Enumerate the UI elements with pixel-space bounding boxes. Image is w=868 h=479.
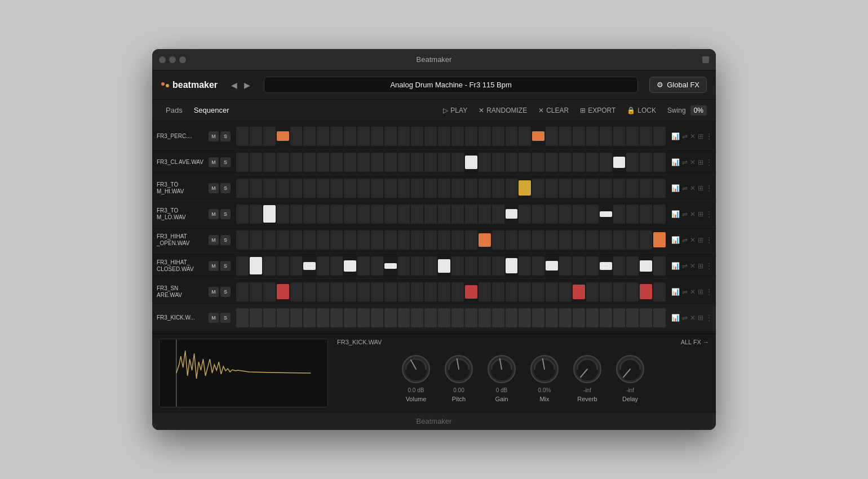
step[interactable]: [330, 308, 343, 327]
step[interactable]: [451, 256, 464, 276]
step[interactable]: [250, 257, 262, 274]
track-action-icon[interactable]: ⋮: [706, 288, 712, 296]
step[interactable]: [303, 262, 316, 270]
step[interactable]: [438, 230, 450, 250]
step[interactable]: [586, 256, 599, 276]
step[interactable]: [640, 179, 652, 198]
track-action-icon[interactable]: ✕: [690, 314, 696, 322]
step[interactable]: [277, 230, 289, 250]
step[interactable]: [653, 153, 666, 172]
step[interactable]: [600, 179, 612, 198]
track-action-icon[interactable]: ⋮: [706, 262, 712, 270]
track-action-icon[interactable]: ⋮: [706, 314, 712, 322]
step[interactable]: [236, 256, 249, 276]
step[interactable]: [424, 127, 437, 146]
step[interactable]: [424, 230, 437, 250]
step[interactable]: [559, 179, 572, 198]
step[interactable]: [317, 205, 329, 224]
step[interactable]: [640, 205, 652, 224]
step[interactable]: [438, 308, 450, 327]
step[interactable]: [573, 153, 585, 172]
step[interactable]: [371, 205, 383, 224]
step[interactable]: [546, 230, 558, 250]
step[interactable]: [330, 153, 343, 172]
step[interactable]: [344, 179, 356, 198]
track-action-icon[interactable]: ⇌: [682, 314, 688, 322]
randomize-button[interactable]: ✕ RANDOMIZE: [474, 104, 532, 117]
step[interactable]: [465, 205, 477, 224]
step[interactable]: [506, 209, 518, 219]
track-action-icon[interactable]: 📊: [671, 288, 680, 296]
step[interactable]: [613, 256, 626, 276]
step[interactable]: [438, 153, 450, 172]
step[interactable]: [653, 179, 666, 198]
step[interactable]: [465, 156, 477, 169]
track-action-icon[interactable]: 📊: [671, 314, 680, 322]
step[interactable]: [519, 230, 531, 250]
step[interactable]: [250, 205, 262, 224]
clear-button[interactable]: ✕ CLEAR: [534, 104, 573, 117]
step[interactable]: [384, 127, 397, 146]
step[interactable]: [411, 282, 423, 301]
step[interactable]: [653, 308, 666, 327]
step[interactable]: [626, 179, 639, 198]
step[interactable]: [546, 127, 558, 146]
step[interactable]: [357, 205, 370, 224]
solo-button[interactable]: S: [220, 209, 231, 219]
step[interactable]: [506, 127, 518, 146]
nav-prev-button[interactable]: ◀: [229, 78, 240, 92]
step[interactable]: [532, 282, 544, 301]
step[interactable]: [559, 230, 572, 250]
mute-button[interactable]: M: [209, 313, 219, 323]
solo-button[interactable]: S: [220, 131, 231, 141]
step[interactable]: [438, 282, 450, 301]
step[interactable]: [492, 127, 504, 146]
track-action-icon[interactable]: ✕: [690, 132, 696, 140]
step[interactable]: [290, 256, 303, 276]
step[interactable]: [263, 282, 276, 301]
step[interactable]: [411, 205, 423, 224]
step[interactable]: [559, 153, 572, 172]
mute-button[interactable]: M: [209, 183, 219, 193]
step[interactable]: [613, 157, 626, 168]
track-action-icon[interactable]: ⋮: [706, 184, 712, 192]
step[interactable]: [317, 256, 329, 276]
step[interactable]: [317, 153, 329, 172]
track-action-icon[interactable]: ⊞: [698, 288, 703, 296]
step[interactable]: [411, 179, 423, 198]
step[interactable]: [330, 127, 343, 146]
step[interactable]: [424, 256, 437, 276]
mute-button[interactable]: M: [209, 261, 219, 271]
step[interactable]: [277, 179, 289, 198]
step[interactable]: [506, 258, 518, 273]
step[interactable]: [384, 308, 397, 327]
step[interactable]: [357, 256, 370, 276]
step[interactable]: [438, 259, 450, 273]
step[interactable]: [263, 230, 276, 250]
step[interactable]: [451, 230, 464, 250]
step[interactable]: [438, 179, 450, 198]
play-button[interactable]: ▷ PLAY: [439, 104, 472, 117]
step[interactable]: [330, 230, 343, 250]
step[interactable]: [492, 153, 504, 172]
step[interactable]: [506, 153, 518, 172]
step[interactable]: [277, 308, 289, 327]
step[interactable]: [357, 282, 370, 301]
close-dot[interactable]: [159, 56, 166, 63]
step[interactable]: [317, 127, 329, 146]
track-action-icon[interactable]: 📊: [671, 262, 680, 270]
step[interactable]: [640, 230, 652, 250]
step[interactable]: [371, 127, 383, 146]
step[interactable]: [573, 127, 585, 146]
step[interactable]: [653, 205, 666, 224]
step[interactable]: [250, 179, 262, 198]
step[interactable]: [236, 308, 249, 327]
step[interactable]: [479, 256, 491, 276]
track-action-icon[interactable]: ⇌: [682, 132, 688, 140]
step[interactable]: [559, 127, 572, 146]
track-action-icon[interactable]: ✕: [690, 236, 696, 244]
step[interactable]: [559, 256, 572, 276]
step[interactable]: [398, 282, 410, 301]
step[interactable]: [424, 308, 437, 327]
solo-button[interactable]: S: [220, 313, 231, 323]
